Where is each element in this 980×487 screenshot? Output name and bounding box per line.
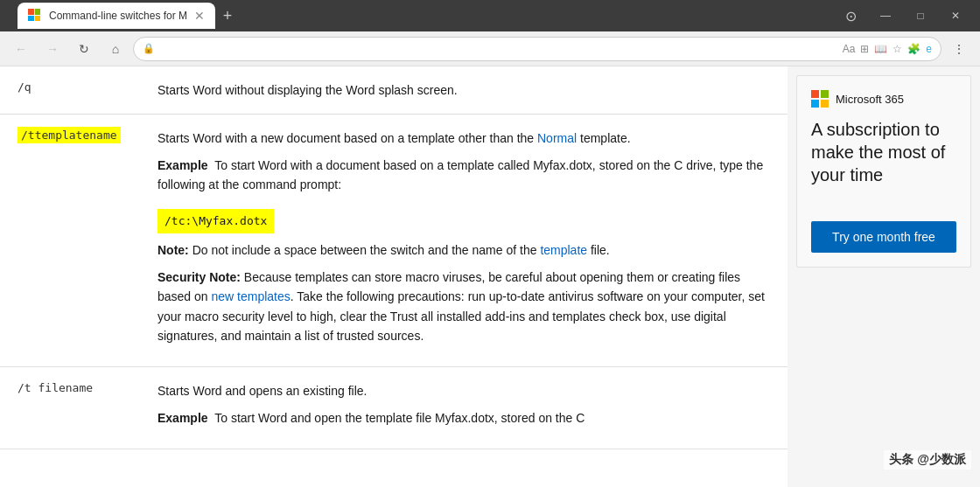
back-button[interactable]: ← [7, 35, 35, 63]
tab-close-button[interactable]: ✕ [194, 9, 205, 23]
description-cell-partial: Starts Word and opens an existing file. … [140, 367, 788, 449]
tab-title: Command-line switches for M [49, 10, 187, 22]
window-controls-right: ⊙ — □ ✕ [833, 3, 973, 28]
switch-cell: /ttemplatename [0, 115, 140, 367]
desc-intro-partial: Starts Word and opens an existing file. [158, 381, 770, 400]
switch-value: /q [18, 80, 32, 94]
security-text: Because templates can store macro viruse… [158, 270, 765, 343]
description-cell-detailed: Starts Word with a new document based on… [140, 115, 788, 367]
nav-bar: ← → ↻ ⌂ 🔒 Aa ⊞ 📖 ☆ 🧩 e ⋮ [0, 31, 980, 66]
close-button[interactable]: ✕ [938, 3, 973, 28]
nav-actions: ⋮ [945, 35, 973, 63]
template-link[interactable]: template [540, 243, 587, 257]
example-partial: Example To start Word and open the templ… [158, 408, 770, 428]
documentation-table: /q Starts Word without displaying the Wo… [0, 66, 788, 449]
example-paragraph: Example To start Word with a document ba… [158, 156, 770, 195]
sidebar: Microsoft 365 A subscription to make the… [788, 66, 980, 487]
note-paragraph: Note: Do not include a space between the… [158, 240, 770, 260]
new-templates-link[interactable]: new templates [212, 289, 290, 303]
try-button[interactable]: Try one month free [811, 221, 956, 253]
browser-chrome: Command-line switches for M ✕ + ⊙ — □ ✕ [0, 0, 980, 31]
active-tab[interactable]: Command-line switches for M ✕ [18, 3, 215, 29]
new-tab-button[interactable]: + [215, 3, 240, 28]
immersive-reader-icon[interactable]: 📖 [874, 43, 887, 55]
table-row: /ttemplatename Starts Word with a new do… [0, 115, 788, 367]
switch-cell: /q [0, 66, 140, 115]
read-mode-icon[interactable]: ⊞ [860, 43, 869, 55]
minimize-button[interactable]: — [868, 3, 903, 28]
refresh-button[interactable]: ↻ [70, 35, 98, 63]
page: /q Starts Word without displaying the Wo… [0, 66, 980, 487]
lock-icon: 🔒 [143, 43, 155, 54]
code-example: /tc:\Myfax.dotx [158, 209, 274, 234]
table-row: /q Starts Word without displaying the Wo… [0, 66, 788, 115]
ms365-logo: Microsoft 365 [811, 90, 956, 108]
favorites-icon[interactable]: ☆ [892, 43, 902, 55]
example-label: Example [158, 158, 208, 172]
example-label-partial: Example [158, 411, 208, 425]
security-paragraph: Security Note: Because templates can sto… [158, 268, 770, 346]
address-bar[interactable]: 🔒 Aa ⊞ 📖 ☆ 🧩 e [133, 37, 942, 61]
security-label: Security Note: [158, 270, 241, 284]
switch-cell: /t filename [0, 367, 140, 449]
tab-favicon [28, 9, 42, 23]
profile-button[interactable]: ⊙ [833, 3, 868, 28]
translate-icon[interactable]: Aa [843, 43, 856, 55]
ad-headline: A subscription to make the most of your … [811, 118, 956, 186]
main-content: /q Starts Word without displaying the Wo… [0, 66, 788, 487]
home-button[interactable]: ⌂ [102, 35, 130, 63]
desc-intro: Starts Word with a new document based on… [158, 129, 770, 148]
ad-card: Microsoft 365 A subscription to make the… [796, 75, 971, 268]
watermark: 头条 @少数派 [884, 450, 971, 470]
description-text: Starts Word without displaying the Word … [158, 83, 458, 97]
ms365-brand-name: Microsoft 365 [836, 93, 904, 106]
microsoft-logo-icon [811, 90, 829, 108]
table-row: /t filename Starts Word and opens an exi… [0, 367, 788, 449]
forward-button[interactable]: → [38, 35, 66, 63]
extensions-icon[interactable]: 🧩 [907, 43, 920, 55]
more-menu-button[interactable]: ⋮ [945, 35, 973, 63]
note-text: Do not include a space between the switc… [192, 243, 610, 257]
tab-bar: Command-line switches for M ✕ + [18, 0, 826, 31]
code-block-container: /tc:\Myfax.dotx [158, 202, 770, 241]
example-text: To start Word with a document based on a… [158, 158, 763, 191]
switch-value-highlighted: /ttemplatename [18, 127, 121, 143]
note-label: Note: [158, 243, 189, 257]
description-cell: Starts Word without displaying the Word … [140, 66, 788, 115]
example-text-partial: To start Word and open the template file… [214, 411, 584, 425]
normal-link[interactable]: Normal [537, 131, 577, 145]
edge-icon[interactable]: e [926, 43, 932, 55]
switch-value: /t filename [18, 381, 93, 394]
maximize-button[interactable]: □ [903, 3, 938, 28]
